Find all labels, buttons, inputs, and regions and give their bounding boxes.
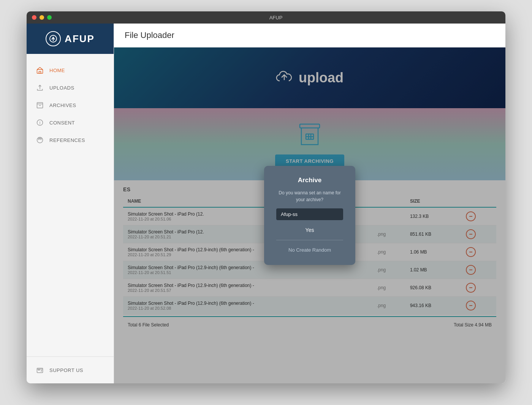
maximize-button[interactable] [47,15,52,20]
uploads-label: UPLOADS [49,85,74,91]
sidebar: AFUP HOME [27,24,114,383]
sidebar-item-home[interactable]: HOME [27,61,114,79]
home-icon [36,66,44,74]
references-icon [36,136,44,144]
svg-rect-4 [37,102,43,104]
home-label: HOME [49,68,65,73]
support-label: SUPPORT US [49,367,83,373]
sidebar-item-uploads[interactable]: UPLOADS [27,79,114,96]
close-button[interactable] [32,15,36,20]
sidebar-item-support[interactable]: SUPPORT US [36,363,104,377]
modal-divider [276,240,343,240]
main-content: File Uploader upload [114,24,505,383]
modal-yes-button[interactable]: Yes [306,225,314,235]
sidebar-nav: HOME UPLOADS [27,54,114,356]
logo: AFUP [27,24,114,54]
sidebar-item-archives[interactable]: ARCHIVES [27,96,114,114]
svg-point-8 [40,124,40,124]
titlebar: AFUP [27,11,505,24]
page-header: File Uploader [114,24,505,47]
minimize-button[interactable] [40,15,44,20]
archive-name-input[interactable] [276,208,343,220]
page-title: File Uploader [125,30,495,40]
logo-text: AFUP [65,33,95,45]
archives-icon [36,101,44,109]
window-title: AFUP [52,15,500,20]
uploads-icon [36,84,44,92]
traffic-lights [32,15,52,20]
modal-title: Archive [298,176,321,184]
consent-label: CONSENT [49,120,75,126]
modal-random-button[interactable]: No Create Random [288,246,331,254]
sidebar-footer: SUPPORT US [27,356,114,383]
content-wrapper: upload START ARCHIVING [114,47,505,383]
svg-rect-3 [39,71,41,73]
support-icon [36,366,44,374]
sidebar-item-consent[interactable]: CONSENT [27,114,114,131]
modal-overlay: Archive Do you wanna set an name for you… [114,47,505,383]
consent-icon [36,118,44,127]
logo-icon [46,31,61,46]
sidebar-item-references[interactable]: REFERENCES [27,131,114,149]
references-label: REFERENCES [49,137,85,143]
modal-subtitle: Do you wanna set an name for your archiv… [276,189,343,203]
archives-label: ARCHIVES [49,102,76,108]
archive-modal: Archive Do you wanna set an name for you… [264,166,355,265]
